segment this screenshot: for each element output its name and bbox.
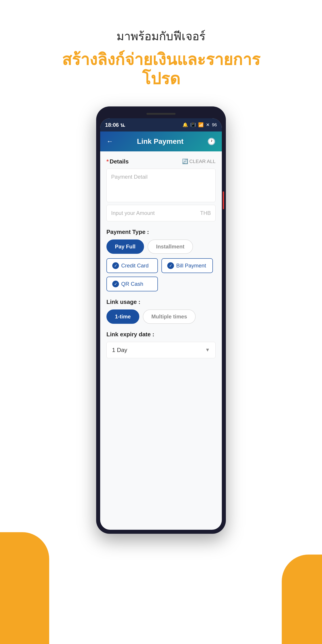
battery-icon: 96	[212, 122, 217, 128]
payment-detail-input[interactable]: Payment Detail	[106, 168, 216, 202]
vibrate-icon: 📳	[190, 122, 196, 128]
pay-full-button[interactable]: Pay Full	[106, 240, 144, 254]
app-header: ← Link Payment 🕐	[100, 132, 222, 152]
bill-payment-check-icon: ✓	[167, 262, 174, 269]
signal-x-icon: ✕	[206, 122, 210, 128]
qr-cash-check-icon: ✓	[112, 281, 119, 287]
wifi-icon: 📶	[198, 122, 204, 128]
app-content: *Details 🔄 CLEAR ALL Payment Detail Inpu…	[100, 152, 222, 365]
app-header-title: Link Payment	[137, 137, 183, 146]
link-usage-label: Link usage :	[106, 298, 216, 306]
credit-card-method[interactable]: ✓ Credit Card	[106, 258, 158, 273]
expiry-value: 1 Day	[112, 346, 127, 354]
required-star: *	[106, 158, 109, 165]
back-button[interactable]: ←	[106, 138, 113, 145]
details-label: *Details	[106, 158, 128, 165]
phone-notch	[100, 110, 222, 117]
amount-input[interactable]: Input your Amount THB	[106, 205, 216, 222]
phone-screen: 18:06 น. 🔔 📳 📶 ✕ 96 ← Link Payment 🕐	[100, 118, 222, 530]
header-subtitle: มาพร้อมกับฟีเจอร์	[45, 27, 277, 46]
phone-container: 18:06 น. 🔔 📳 📶 ✕ 96 ← Link Payment 🕐	[0, 106, 322, 534]
link-expiry-section: Link expiry date : 1 Day ▼	[106, 331, 216, 358]
link-usage-toggles: 1-time Multiple times	[106, 310, 216, 324]
payment-methods-group: ✓ Credit Card ✓ Bill Payment ✓ QR Cash	[106, 258, 216, 291]
payment-type-label: Payment Type :	[106, 228, 216, 236]
status-time: 18:06 น.	[105, 120, 126, 129]
dropdown-arrow-icon: ▼	[205, 347, 210, 353]
refresh-icon: 🔄	[182, 158, 188, 164]
credit-card-check-icon: ✓	[112, 262, 119, 269]
link-usage-section: Link usage : 1-time Multiple times	[106, 298, 216, 324]
multiple-times-button[interactable]: Multiple times	[143, 310, 196, 324]
payment-type-section: Payment Type : Pay Full Installment	[106, 228, 216, 254]
notification-icon: 🔔	[182, 122, 188, 128]
qr-cash-method[interactable]: ✓ QR Cash	[106, 276, 158, 291]
scrollbar-indicator	[223, 192, 224, 209]
installment-button[interactable]: Installment	[148, 240, 193, 254]
history-icon[interactable]: 🕐	[207, 138, 216, 145]
one-time-button[interactable]: 1-time	[106, 310, 139, 324]
yellow-decoration-left	[0, 532, 49, 644]
status-bar: 18:06 น. 🔔 📳 📶 ✕ 96	[100, 118, 222, 132]
phone-speaker	[146, 113, 176, 115]
clear-all-button[interactable]: 🔄 CLEAR ALL	[182, 158, 216, 164]
header-section: มาพร้อมกับฟีเจอร์ สร้างลิงก์จ่ายเงินและร…	[0, 0, 322, 106]
phone-outer: 18:06 น. 🔔 📳 📶 ✕ 96 ← Link Payment 🕐	[96, 106, 226, 534]
bill-payment-method[interactable]: ✓ Bill Payment	[162, 258, 213, 273]
link-expiry-label: Link expiry date :	[106, 331, 216, 338]
payment-type-toggles: Pay Full Installment	[106, 240, 216, 254]
link-expiry-dropdown[interactable]: 1 Day ▼	[106, 342, 216, 358]
details-section-header: *Details 🔄 CLEAR ALL	[106, 158, 216, 165]
header-title: สร้างลิงก์จ่ายเงินและรายการโปรด	[45, 50, 277, 88]
currency-label: THB	[200, 210, 211, 216]
yellow-decoration-right	[282, 554, 322, 644]
status-icons: 🔔 📳 📶 ✕ 96	[182, 122, 217, 128]
